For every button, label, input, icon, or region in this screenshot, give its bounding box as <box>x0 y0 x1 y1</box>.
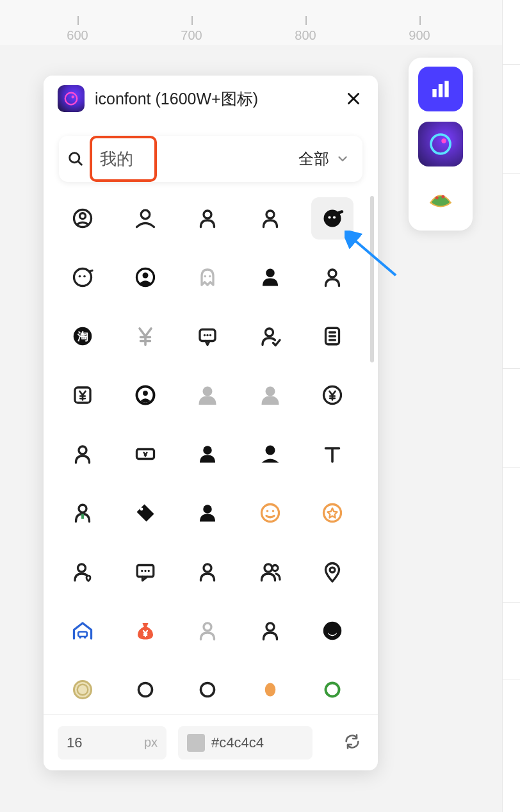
color-swatch[interactable] <box>187 734 205 752</box>
plugin-toolbar <box>409 58 473 231</box>
icon-grid: 淘 <box>55 192 366 714</box>
icon-ticket-yen[interactable] <box>124 433 167 475</box>
icon-user-heart[interactable] <box>61 551 104 593</box>
svg-point-56 <box>147 570 149 572</box>
plugin-radar-icon[interactable] <box>418 122 463 166</box>
color-input-field[interactable]: #c4c4c4 <box>178 726 313 759</box>
svg-point-31 <box>207 334 209 336</box>
svg-point-13 <box>204 211 211 218</box>
icon-car-garage[interactable] <box>61 610 104 652</box>
ruler-tick <box>419 16 421 25</box>
svg-point-17 <box>333 216 336 218</box>
icon-map-pin[interactable] <box>311 551 353 593</box>
svg-point-23 <box>204 275 207 278</box>
size-unit-label: px <box>144 735 158 750</box>
search-highlight-box <box>90 136 157 182</box>
icon-face-circle-solid[interactable] <box>311 610 353 652</box>
svg-point-60 <box>330 567 335 572</box>
svg-point-44 <box>265 446 275 455</box>
icon-grid-container: 淘 <box>44 187 378 714</box>
icon-circle-green[interactable] <box>311 669 353 711</box>
icon-users-pair[interactable] <box>249 551 291 593</box>
icon-face-chat-outline[interactable] <box>61 256 104 298</box>
svg-point-24 <box>209 275 211 278</box>
icon-user-circle-o[interactable] <box>61 197 104 240</box>
panel-footer: px #c4c4c4 <box>44 714 378 770</box>
icon-user-outline-3[interactable] <box>61 433 104 475</box>
svg-rect-2 <box>444 81 448 97</box>
icon-user-outline-thin[interactable] <box>311 256 353 298</box>
svg-point-6 <box>441 195 444 199</box>
icon-user-check[interactable] <box>249 315 291 357</box>
icon-user-ring[interactable] <box>124 374 167 416</box>
icon-yen[interactable] <box>124 315 167 357</box>
icon-chat-bubble[interactable] <box>186 315 229 357</box>
svg-point-20 <box>83 275 86 278</box>
svg-point-5 <box>435 197 439 200</box>
icon-smile-orange[interactable] <box>249 492 291 534</box>
svg-point-73 <box>326 683 339 697</box>
svg-point-41 <box>79 446 86 454</box>
close-icon <box>345 90 362 107</box>
svg-point-7 <box>65 93 77 104</box>
icon-user-outline-5[interactable] <box>249 610 291 652</box>
svg-point-25 <box>266 269 275 278</box>
filter-dropdown-label[interactable]: 全部 <box>298 149 329 169</box>
icon-star-circle-orange[interactable] <box>311 492 353 534</box>
svg-point-11 <box>80 213 86 219</box>
icon-circle-outline[interactable] <box>124 669 167 711</box>
color-hex-label: #c4c4c4 <box>211 735 264 751</box>
icon-list-doc[interactable] <box>311 315 353 357</box>
search-icon <box>67 150 85 168</box>
svg-point-12 <box>141 210 150 219</box>
refresh-button[interactable] <box>343 733 364 753</box>
icon-head-grey[interactable] <box>186 374 229 416</box>
plugin-taco-icon[interactable] <box>418 177 463 222</box>
svg-point-22 <box>142 273 148 279</box>
icon-yen-card[interactable] <box>61 374 104 416</box>
icon-comment-dots[interactable] <box>124 551 167 593</box>
search-input[interactable] <box>100 149 151 169</box>
icon-user-outline[interactable] <box>186 197 229 240</box>
icon-user-outline-grey[interactable] <box>186 610 229 652</box>
icon-user-outline-wide[interactable] <box>124 197 167 240</box>
icon-coin[interactable] <box>61 669 104 711</box>
icon-user-profile-solid[interactable] <box>249 256 291 298</box>
icon-user-solid-2[interactable] <box>186 492 229 534</box>
svg-point-54 <box>141 570 143 572</box>
close-button[interactable] <box>343 88 364 109</box>
icon-user-circle-solid[interactable] <box>124 256 167 298</box>
ruler-tick-label: 900 <box>409 28 430 43</box>
ruler-tick <box>77 16 79 25</box>
svg-point-55 <box>144 570 146 572</box>
icon-user-tie[interactable] <box>61 492 104 534</box>
icon-tag[interactable] <box>124 492 167 534</box>
icon-user-outline-2[interactable] <box>249 197 291 240</box>
panel-title: iconfont (1600W+图标) <box>95 88 333 110</box>
scrollbar-thumb[interactable] <box>370 196 374 362</box>
svg-point-66 <box>323 622 342 640</box>
icon-circle-outline-2[interactable] <box>186 669 229 711</box>
icon-user-solid[interactable] <box>186 433 229 475</box>
icon-ghost[interactable] <box>186 256 229 298</box>
svg-point-32 <box>209 334 211 336</box>
icon-text-T[interactable] <box>311 433 353 475</box>
ruler-tick-label: 600 <box>67 28 88 43</box>
icon-money-bag[interactable] <box>124 610 167 652</box>
icon-user-solid-flat[interactable] <box>249 433 291 475</box>
horizontal-ruler: 600 700 800 900 <box>0 0 520 45</box>
svg-point-43 <box>203 446 212 455</box>
size-input-field[interactable]: px <box>58 726 167 759</box>
search-box[interactable]: 全部 <box>59 136 362 182</box>
svg-text:淘: 淘 <box>77 330 88 342</box>
icon-taobao-bubble[interactable]: 淘 <box>61 315 104 357</box>
icon-face-chat-solid[interactable] <box>311 197 353 240</box>
icon-user-outline-4[interactable] <box>186 551 229 593</box>
size-input[interactable] <box>67 735 99 751</box>
icon-yen-circle[interactable] <box>311 374 353 416</box>
icon-head-grey-2[interactable] <box>249 374 291 416</box>
svg-point-63 <box>84 637 86 639</box>
icon-dot-orange[interactable] <box>249 669 291 711</box>
plugin-chart-icon[interactable] <box>418 67 463 111</box>
svg-point-52 <box>78 564 86 572</box>
